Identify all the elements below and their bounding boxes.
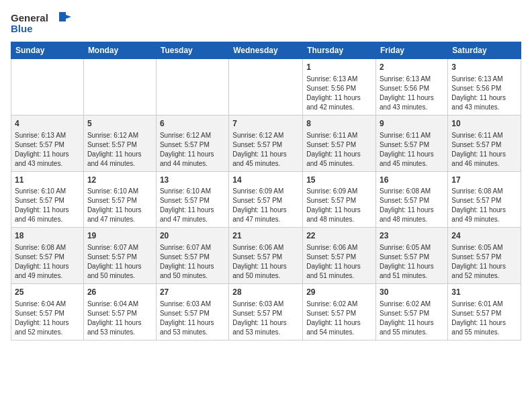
calendar-cell: 8Sunrise: 6:11 AM Sunset: 5:57 PM Daylig…: [303, 115, 376, 171]
svg-text:General: General: [11, 12, 48, 24]
day-header-monday: Monday: [83, 42, 156, 59]
day-info: Sunrise: 6:05 AM Sunset: 5:57 PM Dayligh…: [380, 243, 444, 281]
page-header: GeneralBlue: [11, 11, 521, 36]
calendar-cell: 5Sunrise: 6:12 AM Sunset: 5:57 PM Daylig…: [83, 115, 156, 171]
day-number: 9: [380, 118, 444, 130]
day-info: Sunrise: 6:13 AM Sunset: 5:57 PM Dayligh…: [15, 131, 80, 169]
week-row-3: 11Sunrise: 6:10 AM Sunset: 5:57 PM Dayli…: [11, 171, 521, 228]
calendar-cell: 13Sunrise: 6:10 AM Sunset: 5:57 PM Dayli…: [156, 171, 228, 228]
calendar-cell: [83, 59, 156, 116]
calendar-cell: 7Sunrise: 6:12 AM Sunset: 5:57 PM Daylig…: [229, 115, 303, 171]
day-info: Sunrise: 6:10 AM Sunset: 5:57 PM Dayligh…: [87, 187, 152, 224]
calendar-cell: 20Sunrise: 6:07 AM Sunset: 5:57 PM Dayli…: [156, 228, 228, 284]
logo: GeneralBlue: [11, 11, 71, 36]
calendar-cell: 24Sunrise: 6:05 AM Sunset: 5:57 PM Dayli…: [448, 228, 521, 284]
day-info: Sunrise: 6:09 AM Sunset: 5:57 PM Dayligh…: [232, 187, 299, 224]
calendar-cell: 10Sunrise: 6:11 AM Sunset: 5:57 PM Dayli…: [448, 115, 521, 171]
day-info: Sunrise: 6:10 AM Sunset: 5:57 PM Dayligh…: [15, 187, 80, 224]
day-info: Sunrise: 6:05 AM Sunset: 5:57 PM Dayligh…: [451, 243, 517, 281]
day-info: Sunrise: 6:01 AM Sunset: 5:57 PM Dayligh…: [451, 300, 517, 337]
calendar-cell: 11Sunrise: 6:10 AM Sunset: 5:57 PM Dayli…: [11, 171, 84, 228]
svg-marker-1: [59, 12, 66, 21]
calendar-cell: 25Sunrise: 6:04 AM Sunset: 5:57 PM Dayli…: [11, 284, 84, 340]
calendar-cell: 12Sunrise: 6:10 AM Sunset: 5:57 PM Dayli…: [83, 171, 156, 228]
day-info: Sunrise: 6:07 AM Sunset: 5:57 PM Dayligh…: [160, 243, 225, 281]
day-number: 2: [380, 62, 444, 73]
day-info: Sunrise: 6:06 AM Sunset: 5:57 PM Dayligh…: [232, 243, 299, 281]
calendar-cell: 1Sunrise: 6:13 AM Sunset: 5:56 PM Daylig…: [303, 59, 376, 116]
day-number: 15: [306, 175, 372, 186]
day-number: 12: [87, 175, 152, 186]
day-info: Sunrise: 6:13 AM Sunset: 5:56 PM Dayligh…: [451, 75, 517, 112]
calendar-cell: [229, 59, 303, 116]
day-number: 16: [380, 175, 444, 186]
day-number: 20: [160, 230, 225, 242]
day-number: 24: [451, 230, 517, 242]
day-info: Sunrise: 6:08 AM Sunset: 5:57 PM Dayligh…: [380, 187, 444, 224]
day-info: Sunrise: 6:03 AM Sunset: 5:57 PM Dayligh…: [160, 300, 225, 337]
calendar-cell: 29Sunrise: 6:02 AM Sunset: 5:57 PM Dayli…: [303, 284, 376, 340]
day-info: Sunrise: 6:06 AM Sunset: 5:57 PM Dayligh…: [306, 243, 372, 281]
calendar-cell: 21Sunrise: 6:06 AM Sunset: 5:57 PM Dayli…: [229, 228, 303, 284]
day-number: 1: [306, 62, 372, 73]
day-info: Sunrise: 6:11 AM Sunset: 5:57 PM Dayligh…: [306, 131, 372, 169]
day-number: 28: [232, 287, 299, 298]
day-info: Sunrise: 6:12 AM Sunset: 5:57 PM Dayligh…: [160, 131, 225, 169]
day-info: Sunrise: 6:09 AM Sunset: 5:57 PM Dayligh…: [306, 187, 372, 224]
day-info: Sunrise: 6:04 AM Sunset: 5:57 PM Dayligh…: [87, 300, 152, 337]
day-info: Sunrise: 6:07 AM Sunset: 5:57 PM Dayligh…: [87, 243, 152, 281]
day-header-friday: Friday: [376, 42, 448, 59]
calendar-cell: 2Sunrise: 6:13 AM Sunset: 5:56 PM Daylig…: [376, 59, 448, 116]
day-number: 8: [306, 118, 372, 130]
day-number: 22: [306, 230, 372, 242]
day-info: Sunrise: 6:12 AM Sunset: 5:57 PM Dayligh…: [87, 131, 152, 169]
day-number: 30: [380, 287, 444, 298]
day-number: 4: [15, 118, 80, 130]
calendar-cell: [156, 59, 228, 116]
day-info: Sunrise: 6:12 AM Sunset: 5:57 PM Dayligh…: [232, 131, 299, 169]
day-header-thursday: Thursday: [303, 42, 376, 59]
day-number: 27: [160, 287, 225, 298]
day-info: Sunrise: 6:10 AM Sunset: 5:57 PM Dayligh…: [160, 187, 225, 224]
calendar-cell: 16Sunrise: 6:08 AM Sunset: 5:57 PM Dayli…: [376, 171, 448, 228]
day-header-tuesday: Tuesday: [156, 42, 228, 59]
day-header-saturday: Saturday: [448, 42, 521, 59]
day-number: 3: [451, 62, 517, 73]
day-number: 6: [160, 118, 225, 130]
calendar-cell: 26Sunrise: 6:04 AM Sunset: 5:57 PM Dayli…: [83, 284, 156, 340]
calendar-cell: 28Sunrise: 6:03 AM Sunset: 5:57 PM Dayli…: [229, 284, 303, 340]
day-info: Sunrise: 6:11 AM Sunset: 5:57 PM Dayligh…: [451, 131, 517, 169]
calendar-cell: 6Sunrise: 6:12 AM Sunset: 5:57 PM Daylig…: [156, 115, 228, 171]
day-info: Sunrise: 6:11 AM Sunset: 5:57 PM Dayligh…: [380, 131, 444, 169]
day-number: 5: [87, 118, 152, 130]
day-number: 14: [232, 175, 299, 186]
calendar-cell: 4Sunrise: 6:13 AM Sunset: 5:57 PM Daylig…: [11, 115, 84, 171]
calendar-cell: 19Sunrise: 6:07 AM Sunset: 5:57 PM Dayli…: [83, 228, 156, 284]
day-number: 18: [15, 230, 80, 242]
calendar-cell: 30Sunrise: 6:02 AM Sunset: 5:57 PM Dayli…: [376, 284, 448, 340]
day-number: 23: [380, 230, 444, 242]
day-number: 17: [451, 175, 517, 186]
day-number: 11: [15, 175, 80, 186]
day-number: 21: [232, 230, 299, 242]
day-info: Sunrise: 6:02 AM Sunset: 5:57 PM Dayligh…: [306, 300, 372, 337]
day-number: 29: [306, 287, 372, 298]
day-number: 7: [232, 118, 299, 130]
day-info: Sunrise: 6:13 AM Sunset: 5:56 PM Dayligh…: [380, 75, 444, 112]
day-info: Sunrise: 6:08 AM Sunset: 5:57 PM Dayligh…: [15, 243, 80, 281]
day-number: 31: [451, 287, 517, 298]
calendar-cell: 27Sunrise: 6:03 AM Sunset: 5:57 PM Dayli…: [156, 284, 228, 340]
day-number: 10: [451, 118, 517, 130]
svg-marker-2: [66, 15, 71, 19]
day-number: 19: [87, 230, 152, 242]
calendar-cell: 23Sunrise: 6:05 AM Sunset: 5:57 PM Dayli…: [376, 228, 448, 284]
week-row-1: 1Sunrise: 6:13 AM Sunset: 5:56 PM Daylig…: [11, 59, 521, 116]
day-header-sunday: Sunday: [11, 42, 84, 59]
calendar-cell: 31Sunrise: 6:01 AM Sunset: 5:57 PM Dayli…: [448, 284, 521, 340]
calendar-cell: [11, 59, 84, 116]
week-row-5: 25Sunrise: 6:04 AM Sunset: 5:57 PM Dayli…: [11, 284, 521, 340]
day-number: 25: [15, 287, 80, 298]
day-info: Sunrise: 6:13 AM Sunset: 5:56 PM Dayligh…: [306, 75, 372, 112]
svg-text:Blue: Blue: [11, 23, 33, 34]
day-info: Sunrise: 6:04 AM Sunset: 5:57 PM Dayligh…: [15, 300, 80, 337]
